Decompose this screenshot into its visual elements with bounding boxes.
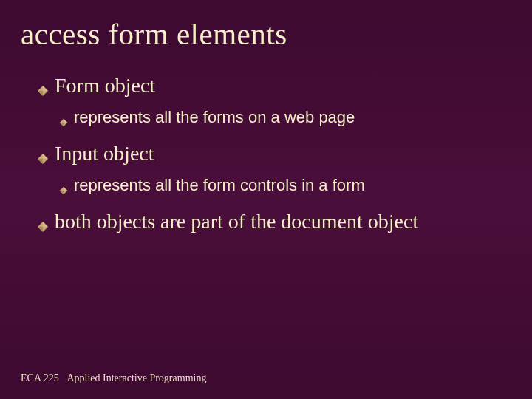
list-item-text: Form object xyxy=(55,74,155,98)
diamond-bullet-icon xyxy=(37,78,49,102)
list-item: represents all the form controls in a fo… xyxy=(59,176,511,200)
slide-footer: ECA 225 Applied Interactive Programming xyxy=(21,372,206,384)
slide-title: access form elements xyxy=(21,16,511,52)
list-item: represents all the forms on a web page xyxy=(59,108,511,132)
diamond-bullet-icon xyxy=(37,146,49,170)
list-item-text: Input object xyxy=(55,142,154,166)
list-item-text: represents all the form controls in a fo… xyxy=(74,176,365,195)
diamond-bullet-icon xyxy=(37,214,49,238)
list-item-text: both objects are part of the document ob… xyxy=(55,210,418,233)
diamond-bullet-icon xyxy=(59,180,68,200)
list-item: Form object xyxy=(37,74,511,102)
list-item: Input object xyxy=(37,142,511,170)
diamond-bullet-icon xyxy=(59,112,68,132)
footer-course-title: Applied Interactive Programming xyxy=(66,372,206,383)
list-item: both objects are part of the document ob… xyxy=(37,210,511,238)
slide-content: Form object represents all the forms on … xyxy=(21,74,511,238)
slide-container: access form elements Form object represe… xyxy=(0,0,532,399)
footer-course-code: ECA 225 xyxy=(21,372,59,383)
list-item-text: represents all the forms on a web page xyxy=(74,108,355,127)
